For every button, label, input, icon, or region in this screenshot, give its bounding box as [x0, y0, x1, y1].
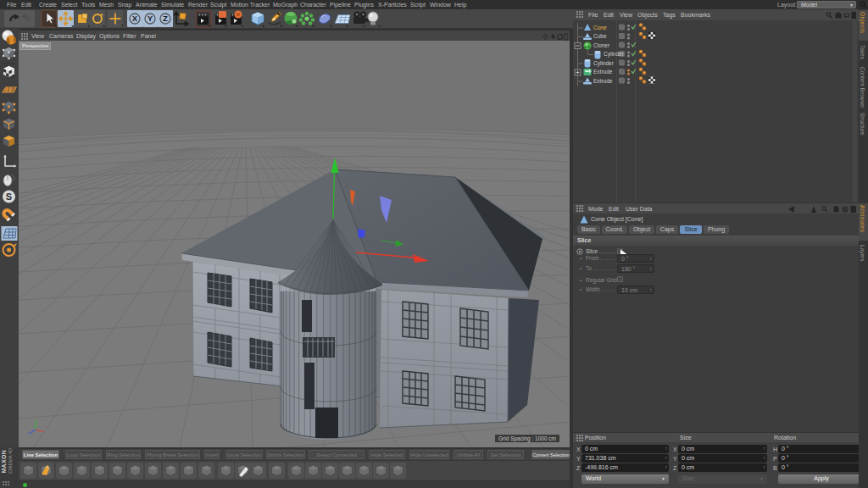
svg-text:S: S	[6, 191, 12, 202]
svg-text:X: X	[132, 14, 137, 23]
svg-text:Y: Y	[147, 14, 153, 23]
svg-text:Z: Z	[163, 14, 168, 23]
